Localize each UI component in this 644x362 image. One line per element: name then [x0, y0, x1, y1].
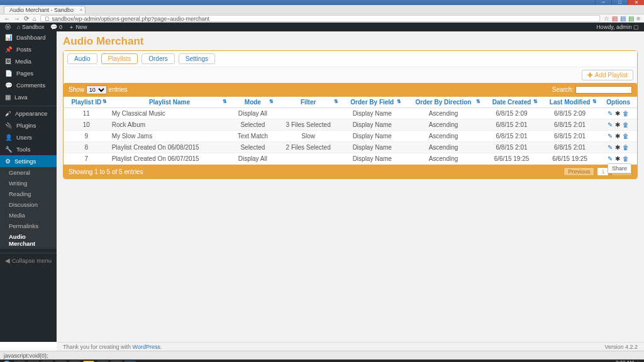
sidebar-subitem-reading[interactable]: Reading [0, 189, 57, 199]
chrome-ext-icon[interactable]: ▤ [620, 15, 626, 22]
tab-orders[interactable]: Orders [142, 53, 175, 64]
edit-icon[interactable]: ✎ [608, 121, 613, 128]
forward-icon[interactable]: → [14, 15, 20, 22]
sidebar-subitem-media[interactable]: Media [0, 210, 57, 221]
edit-icon[interactable]: ✎ [608, 133, 613, 140]
sidebar-item-appearance[interactable]: 🖌Appearance [0, 106, 57, 119]
cell-options: ✎✱🗑 [599, 108, 637, 119]
cell-order-field: Display Name [341, 131, 404, 142]
cell-options: ✎✱🗑 [599, 153, 637, 165]
tab-audio[interactable]: Audio [67, 53, 97, 64]
sidebar-item-users[interactable]: 👤Users [0, 131, 57, 143]
menu-label: Posts [16, 46, 31, 53]
tab-settings[interactable]: Settings [179, 53, 215, 64]
delete-icon[interactable]: 🗑 [623, 133, 629, 140]
footer-wordpress-link[interactable]: WordPress [133, 344, 160, 350]
sort-icon: ⇅ [269, 99, 274, 104]
cell-created: 6/6/15 19:25 [483, 153, 540, 165]
col-date-created[interactable]: Date Created⇅ [483, 97, 540, 108]
col-mode[interactable]: Mode⇅ [230, 97, 275, 108]
datatable-info: Showing 1 to 5 of 5 entries [69, 168, 143, 175]
share-icon[interactable]: ✱ [615, 133, 620, 140]
menu-icon: ⚙ [5, 158, 11, 165]
col-playlist-id[interactable]: Playlist ID⇅ [64, 97, 109, 108]
cell-modified: 6/8/15 2:01 [540, 131, 599, 142]
sidebar-item-pages[interactable]: 📄Pages [0, 67, 57, 79]
cell-filter: 2 Files Selected [276, 142, 341, 153]
bookmark-icon[interactable]: ☆ [604, 15, 609, 22]
sidebar-subitem-general[interactable]: General [0, 167, 57, 178]
cell-order-dir: Ascending [404, 142, 483, 153]
site-link[interactable]: ⌂ Sandbox [17, 24, 44, 30]
cell-modified: 6/8/15 2:01 [540, 119, 599, 131]
pager-prev[interactable]: Previous [564, 167, 594, 176]
plugin-tabs: AudioPlaylistsOrdersSettings [64, 51, 637, 67]
sidebar-item-comments[interactable]: 💬Comments [0, 79, 57, 91]
cell-order-field: Display Name [341, 153, 404, 165]
delete-icon[interactable]: 🗑 [623, 155, 629, 162]
wordpress-icon[interactable]: ⓦ [5, 23, 11, 31]
col-last-modified[interactable]: Last Modified⇅ [540, 97, 599, 108]
cell-mode: Display All [230, 108, 275, 119]
col-order-by-field[interactable]: Order By Field⇅ [341, 97, 404, 108]
delete-icon[interactable]: 🗑 [623, 144, 629, 151]
sidebar-item-media[interactable]: 🖼Media [0, 55, 57, 67]
sidebar-subitem-discussion[interactable]: Discussion [0, 199, 57, 210]
cell-order-dir: Ascending [404, 119, 483, 131]
window-close-button[interactable]: ✕ [628, 0, 644, 5]
chrome-ext-icon[interactable]: ▤ [612, 15, 618, 22]
cell-modified: 6/6/15 19:25 [540, 153, 599, 165]
menu-label: Dashboard [16, 34, 45, 41]
sidebar-item-settings[interactable]: ⚙Settings [0, 155, 57, 167]
sort-icon: ⇅ [334, 99, 338, 104]
window-minimize-button[interactable]: ─ [595, 0, 611, 5]
sidebar-item-plugins[interactable]: 🔌Plugins [0, 119, 57, 131]
howdy-link[interactable]: Howdy, admin ▢ [596, 24, 639, 30]
home-icon[interactable]: ⌂ [33, 15, 36, 22]
window-maximize-button[interactable]: □ [611, 0, 628, 5]
new-link[interactable]: ＋ New [69, 23, 87, 31]
share-icon[interactable]: ✱ [615, 155, 620, 162]
chrome-ext-icon[interactable]: ▤ [628, 15, 634, 22]
edit-icon[interactable]: ✎ [608, 110, 613, 117]
share-icon[interactable]: ✱ [615, 144, 620, 151]
cell-mode: Selected [230, 119, 275, 131]
cell-created: 6/8/15 2:01 [483, 131, 540, 142]
sidebar-item-dashboard[interactable]: 📊Dashboard [0, 31, 57, 43]
sidebar-subitem-audio-merchant[interactable]: Audio Merchant [0, 231, 57, 249]
edit-icon[interactable]: ✎ [608, 155, 613, 162]
browser-tab[interactable]: Audio Merchant - Sandbo × [4, 6, 86, 14]
delete-icon[interactable]: 🗑 [623, 121, 629, 128]
col-options[interactable]: Options [599, 97, 637, 108]
menu-label: Comments [16, 82, 45, 89]
back-icon[interactable]: ← [4, 15, 10, 22]
sidebar-subitem-permalinks[interactable]: Permalinks [0, 221, 57, 231]
sidebar-subitem-writing[interactable]: Writing [0, 178, 57, 189]
add-playlist-button[interactable]: ✚ Add Playlist [582, 70, 633, 80]
chrome-menu-icon[interactable]: ≡ [636, 15, 640, 22]
share-icon[interactable]: ✱ [615, 121, 620, 128]
col-order-by-direction[interactable]: Order By Direction⇅ [404, 97, 483, 108]
sort-icon: ⇅ [533, 99, 538, 104]
tab-playlists[interactable]: Playlists [101, 53, 138, 64]
sidebar-item-posts[interactable]: 📌Posts [0, 43, 57, 55]
address-bar[interactable]: 🗋 sandbox/wp-admin/options-general.php?p… [40, 15, 600, 22]
reload-icon[interactable]: ⟳ [24, 15, 29, 22]
col-playlist-name[interactable]: Playlist Name⇅ [109, 97, 230, 108]
avatar-icon: ▢ [633, 24, 639, 30]
menu-label: Appearance [15, 110, 47, 117]
close-tab-icon[interactable]: × [79, 7, 82, 13]
col-filter[interactable]: Filter⇅ [276, 97, 341, 108]
share-icon[interactable]: ✱ [615, 110, 620, 117]
windows-taskbar: ▭ ▭ ▭ ▭ ▭ ● ▭ ▭ Ps ⚑ ▯ 🔊 2:23 AM 6/8/201… [0, 359, 644, 362]
cell-name: Playlist Created On 06/08/2015 [109, 142, 230, 153]
sidebar-item-tools[interactable]: 🔧Tools [0, 143, 57, 155]
search-input[interactable] [575, 86, 632, 94]
delete-icon[interactable]: 🗑 [623, 110, 629, 117]
edit-icon[interactable]: ✎ [608, 144, 613, 151]
comments-link[interactable]: 💬 0 [50, 24, 62, 30]
collapse-menu[interactable]: ◀ Collapse menu [0, 253, 57, 268]
entries-select[interactable]: 10 [86, 85, 107, 94]
sidebar-item-lava[interactable]: ▦Lava [0, 91, 57, 103]
collapse-icon: ◀ [5, 257, 10, 264]
